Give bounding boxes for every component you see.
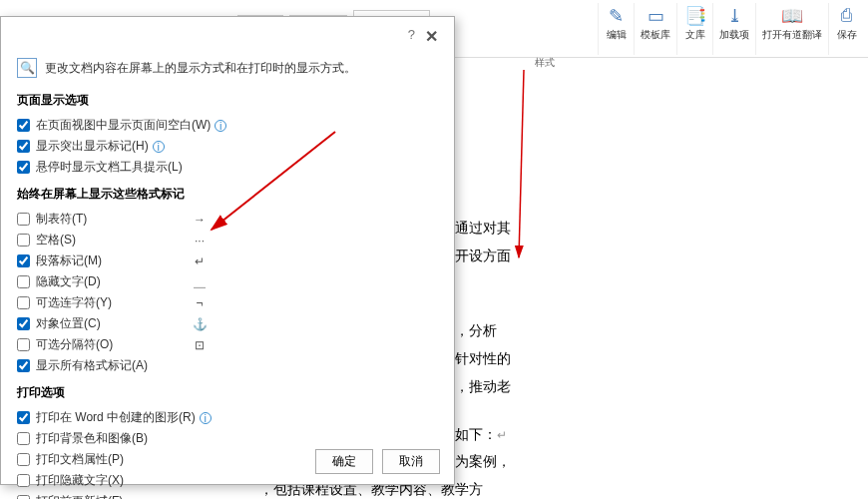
- display-options-icon: 🔍: [17, 58, 37, 78]
- format-mark-option: 可选分隔符(O)⊡: [17, 334, 438, 355]
- help-icon[interactable]: ?: [408, 27, 415, 42]
- format-symbol-icon: ¬: [191, 296, 209, 310]
- dialog-description: 🔍 更改文档内容在屏幕上的显示方式和在打印时的显示方式。: [17, 58, 438, 78]
- edit-button[interactable]: ✎编辑: [598, 3, 634, 55]
- print-label: 打印背景色和图像(B): [36, 430, 148, 447]
- page-display-label: 在页面视图中显示页面间空白(W): [36, 117, 211, 134]
- ok-button[interactable]: 确定: [315, 449, 373, 474]
- template-lib-button[interactable]: ▭模板库: [634, 3, 676, 55]
- print-option: 打印前更新域(F): [17, 491, 438, 499]
- print-label: 打印在 Word 中创建的图形(R): [36, 409, 196, 426]
- page-display-checkbox[interactable]: [17, 140, 30, 153]
- print-option: 打印在 Word 中创建的图形(R)i: [17, 407, 438, 428]
- format-mark-label: 可选连字符(Y): [36, 294, 112, 311]
- format-symbol-icon: ···: [191, 234, 209, 248]
- section-print-options: 打印选项: [17, 384, 438, 401]
- format-mark-label: 空格(S): [36, 232, 76, 249]
- page-display-label: 显示突出显示标记(H): [36, 138, 149, 155]
- translate-button[interactable]: 📖打开有道翻译: [755, 3, 828, 55]
- format-mark-checkbox[interactable]: [17, 254, 30, 267]
- close-icon[interactable]: ✕: [425, 27, 438, 46]
- format-mark-checkbox[interactable]: [17, 234, 30, 247]
- print-checkbox[interactable]: [17, 432, 30, 445]
- print-checkbox[interactable]: [17, 453, 30, 466]
- save-icon: ⎙: [841, 5, 852, 27]
- addins-button[interactable]: ⤓加载项: [712, 3, 755, 55]
- format-mark-checkbox[interactable]: [17, 359, 30, 372]
- dialog-header: ? ✕: [17, 27, 438, 46]
- info-icon[interactable]: i: [153, 141, 165, 153]
- section-page-display: 页面显示选项: [17, 92, 438, 109]
- template-icon: ▭: [648, 5, 664, 27]
- print-checkbox[interactable]: [17, 495, 30, 499]
- page-display-checkbox[interactable]: [17, 119, 30, 132]
- format-mark-label: 显示所有格式标记(A): [36, 357, 148, 374]
- page-display-option: 在页面视图中显示页面间空白(W)i: [17, 115, 438, 136]
- cancel-button[interactable]: 取消: [382, 449, 440, 474]
- format-mark-checkbox[interactable]: [17, 296, 30, 309]
- page-display-option: 显示突出显示标记(H)i: [17, 136, 438, 157]
- section-format-marks: 始终在屏幕上显示这些格式标记: [17, 186, 438, 203]
- format-mark-option: 显示所有格式标记(A): [17, 355, 438, 376]
- format-mark-label: 可选分隔符(O): [36, 336, 113, 353]
- translate-icon: 📖: [781, 5, 803, 27]
- format-mark-checkbox[interactable]: [17, 213, 30, 226]
- format-symbol-icon: ⚓: [191, 317, 209, 331]
- style-group-label: 样式: [535, 56, 555, 70]
- library-icon: 📑: [684, 5, 706, 27]
- format-mark-label: 制表符(T): [36, 211, 87, 228]
- format-mark-option: 空格(S)···: [17, 230, 438, 250]
- format-mark-label: 段落标记(M): [36, 252, 102, 269]
- display-options-dialog: ? ✕ 🔍 更改文档内容在屏幕上的显示方式和在打印时的显示方式。 页面显示选项 …: [0, 16, 455, 485]
- format-mark-label: 对象位置(C): [36, 315, 101, 332]
- info-icon[interactable]: i: [200, 412, 212, 424]
- info-icon[interactable]: i: [215, 120, 226, 132]
- print-label: 打印前更新域(F): [36, 493, 123, 499]
- format-mark-option: 对象位置(C)⚓: [17, 313, 438, 334]
- doc-lib-button[interactable]: 📑文库: [676, 3, 712, 55]
- format-mark-option: 隐藏文字(D)⸏: [17, 271, 438, 292]
- ribbon-right-buttons: ✎编辑 ▭模板库 📑文库 ⤓加载项 📖打开有道翻译 ⎙保存: [598, 3, 864, 55]
- save-button[interactable]: ⎙保存: [828, 3, 864, 55]
- print-label: 打印隐藏文字(X): [36, 472, 124, 489]
- dialog-buttons: 确定 取消: [309, 449, 440, 474]
- print-option: 打印背景色和图像(B): [17, 428, 438, 449]
- format-symbol-icon: ⊡: [191, 338, 209, 352]
- format-mark-option: 制表符(T)→: [17, 209, 438, 230]
- format-symbol-icon: ⸏: [191, 275, 209, 289]
- print-checkbox[interactable]: [17, 474, 30, 487]
- format-symbol-icon: ↵: [191, 254, 209, 268]
- addin-icon: ⤓: [727, 5, 742, 27]
- page-display-label: 悬停时显示文档工具提示(L): [36, 159, 183, 176]
- format-mark-checkbox[interactable]: [17, 338, 30, 351]
- format-symbol-icon: →: [191, 213, 209, 227]
- pencil-icon: ✎: [609, 5, 624, 27]
- format-mark-label: 隐藏文字(D): [36, 273, 101, 290]
- page-display-option: 悬停时显示文档工具提示(L): [17, 157, 438, 178]
- format-mark-checkbox[interactable]: [17, 275, 30, 288]
- page-display-checkbox[interactable]: [17, 161, 30, 174]
- format-mark-option: 段落标记(M)↵: [17, 250, 438, 271]
- format-mark-option: 可选连字符(Y)¬: [17, 292, 438, 313]
- format-mark-checkbox[interactable]: [17, 317, 30, 330]
- print-label: 打印文档属性(P): [36, 451, 124, 468]
- print-checkbox[interactable]: [17, 411, 30, 424]
